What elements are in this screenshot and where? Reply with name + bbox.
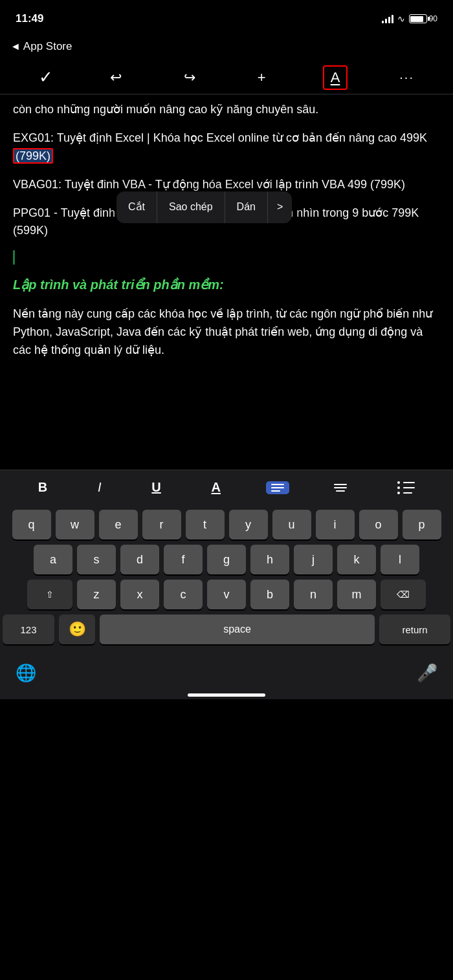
key-d[interactable]: d (120, 545, 159, 574)
status-icons: ∿ 90 (382, 14, 437, 24)
list-dot (397, 486, 400, 489)
copy-menu-item[interactable]: Sao chép (157, 191, 225, 223)
return-key[interactable]: return (379, 615, 450, 644)
undo-button[interactable]: ↩ (105, 67, 127, 89)
content-area: còn cho những người muốn nâng cao kỹ năn… (0, 94, 453, 470)
key-v[interactable]: v (207, 580, 246, 609)
key-a[interactable]: a (34, 545, 72, 574)
key-b[interactable]: b (250, 580, 289, 609)
battery-fill (410, 16, 423, 22)
back-label: App Store (23, 40, 72, 53)
key-r[interactable]: r (142, 510, 181, 539)
keyboard-row-2: a s d f g h j k l (3, 545, 450, 574)
text-cursor (13, 250, 15, 265)
shift-key[interactable]: ⇧ (27, 580, 72, 609)
content-text[interactable]: còn cho những người muốn nâng cao kỹ năn… (13, 101, 440, 360)
key-y[interactable]: y (229, 510, 268, 539)
battery-body (409, 14, 427, 23)
list-line (403, 482, 415, 483)
keyboard: q w e r t y u i o p a s d f g h j k l ⇧ … (0, 505, 453, 652)
align-line (336, 490, 345, 492)
more-button[interactable]: ··· (399, 70, 414, 85)
list-button[interactable] (392, 479, 420, 497)
list-line (403, 492, 412, 494)
battery-text: 90 (429, 14, 437, 23)
num-key[interactable]: 123 (3, 615, 54, 644)
align-line (334, 487, 347, 488)
key-o[interactable]: o (359, 510, 398, 539)
space-key[interactable]: space (100, 615, 375, 644)
emoji-key[interactable]: 🙂 (59, 615, 95, 644)
mic-icon[interactable]: 🎤 (417, 663, 437, 683)
keyboard-row-3: ⇧ z x c v b n m ⌫ (3, 580, 450, 609)
add-button[interactable]: + (252, 67, 271, 89)
signal-icon (382, 14, 393, 23)
redo-button[interactable]: ↪ (179, 67, 201, 89)
list-dot (397, 481, 400, 484)
status-bar: 11:49 ∿ 90 (0, 0, 453, 32)
battery-indicator: 90 (409, 14, 437, 23)
key-e[interactable]: e (99, 510, 138, 539)
course1-paragraph: EXG01: Tuyệt định Excel | Khóa học Excel… (13, 129, 440, 166)
intro-paragraph: còn cho những người muốn nâng cao kỹ năn… (13, 101, 440, 119)
bold-button[interactable]: B (33, 477, 52, 497)
list-item (397, 481, 415, 484)
key-p[interactable]: p (403, 510, 441, 539)
highlighted-price: (799K) (13, 148, 53, 164)
nav-bar: ◄ App Store (0, 32, 453, 61)
wifi-icon: ∿ (397, 14, 405, 24)
status-time: 11:49 (16, 12, 43, 25)
key-t[interactable]: t (186, 510, 225, 539)
underline-button[interactable]: U (146, 477, 166, 497)
bottom-row: 🌐 🎤 (0, 652, 453, 688)
globe-icon[interactable]: 🌐 (16, 663, 36, 683)
key-x[interactable]: x (120, 580, 159, 609)
course1-price: 99K (406, 131, 427, 144)
key-g[interactable]: g (207, 545, 246, 574)
align-line (334, 484, 347, 485)
key-u[interactable]: u (272, 510, 311, 539)
editor-toolbar: ✓ ↩ ↪ + A ··· (0, 61, 453, 94)
list-item (397, 486, 415, 489)
key-m[interactable]: m (337, 580, 376, 609)
paste-menu-item[interactable]: Dán (225, 191, 268, 223)
font-button[interactable]: A (323, 65, 348, 90)
body-paragraph: Nền tảng này cung cấp các khóa học về lậ… (13, 305, 440, 360)
back-button[interactable]: ◄ App Store (10, 40, 72, 53)
format-toolbar: B I U A (0, 470, 453, 505)
key-n[interactable]: n (294, 580, 333, 609)
italic-button[interactable]: I (93, 477, 107, 497)
home-bar (188, 693, 265, 697)
keyboard-row-1: q w e r t y u i o p (3, 510, 450, 539)
align-center-button[interactable] (329, 481, 352, 494)
key-s[interactable]: s (77, 545, 116, 574)
list-dot (397, 492, 400, 494)
list-item (397, 492, 415, 494)
section-heading: Lập trình và phát triển phần mềm: (13, 275, 440, 295)
key-q[interactable]: q (12, 510, 51, 539)
more-menu-item[interactable]: > (268, 191, 292, 223)
key-h[interactable]: h (250, 545, 289, 574)
key-w[interactable]: w (56, 510, 94, 539)
key-i[interactable]: i (316, 510, 355, 539)
backspace-key[interactable]: ⌫ (381, 580, 426, 609)
align-line (271, 490, 280, 492)
key-j[interactable]: j (294, 545, 333, 574)
cut-menu-item[interactable]: Cắt (116, 191, 157, 223)
key-z[interactable]: z (77, 580, 116, 609)
list-line (403, 487, 415, 488)
keyboard-row-4: 123 🙂 space return (3, 615, 450, 644)
key-k[interactable]: k (337, 545, 376, 574)
font-color-button[interactable]: A (206, 477, 225, 497)
done-button[interactable]: ✓ (39, 67, 53, 87)
align-line (271, 487, 284, 488)
back-arrow-icon: ◄ (10, 41, 21, 52)
home-indicator (0, 688, 453, 699)
key-c[interactable]: c (164, 580, 203, 609)
context-menu: Cắt Sao chép Dán > (116, 191, 292, 223)
key-l[interactable]: l (381, 545, 419, 574)
align-line (271, 484, 284, 485)
key-f[interactable]: f (164, 545, 203, 574)
align-left-button[interactable] (266, 481, 289, 494)
